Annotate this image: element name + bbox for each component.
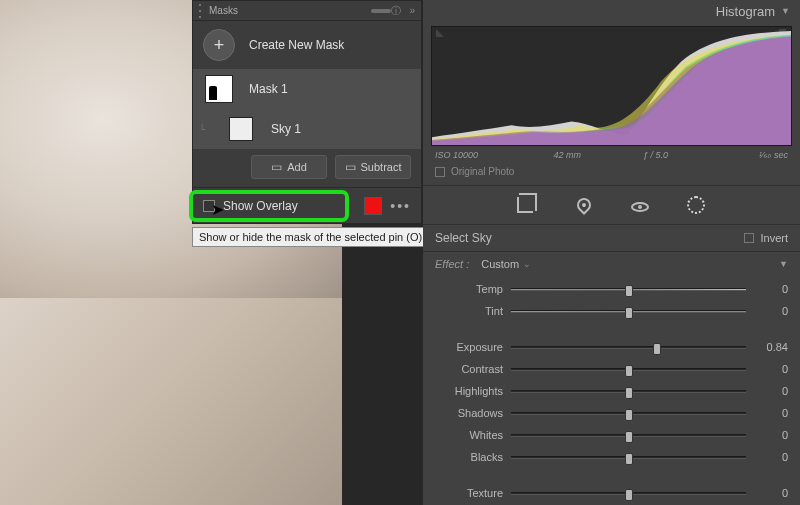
slider-track[interactable]: [511, 406, 746, 420]
nesting-icon: └: [193, 124, 211, 134]
original-photo-checkbox[interactable]: [435, 167, 445, 177]
invert-label: Invert: [760, 232, 788, 244]
masks-panel-footer: Show Overlay •••: [193, 187, 421, 223]
slider-label: Highlights: [435, 385, 503, 397]
slider-group-presence: Texture0: [423, 480, 800, 505]
slider-row-shadows: Shadows0: [435, 402, 788, 424]
slider-group-wb: Temp0Tint0: [423, 276, 800, 326]
mask-item-sky1[interactable]: └ Sky 1: [193, 109, 421, 149]
slider-value[interactable]: 0.84: [754, 341, 788, 353]
subtract-mask-button[interactable]: ▭ Subtract: [335, 155, 411, 179]
slider-group-tone: Exposure0.84Contrast0Highlights0Shadows0…: [423, 334, 800, 472]
effect-row[interactable]: Effect : Custom ⌄ ▼: [423, 252, 800, 276]
effect-label: Effect :: [435, 258, 469, 270]
show-overlay-label[interactable]: Show Overlay: [223, 199, 356, 213]
slider-label: Temp: [435, 283, 503, 295]
slider-row-temp: Temp0: [435, 278, 788, 300]
slider-track[interactable]: [511, 304, 746, 318]
slider-row-tint: Tint0: [435, 300, 788, 322]
original-photo-label: Original Photo: [451, 166, 514, 177]
subtract-label: Subtract: [361, 161, 402, 173]
slider-track[interactable]: [511, 340, 746, 354]
mask-source-label: Select Sky: [435, 231, 744, 245]
slider-row-whites: Whites0: [435, 424, 788, 446]
disclosure-triangle-icon[interactable]: ▼: [781, 6, 790, 16]
healing-tool-icon[interactable]: [573, 198, 595, 212]
slider-thumb[interactable]: [625, 365, 633, 377]
redeye-tool-icon[interactable]: [629, 198, 651, 212]
image-preview-bottom: [0, 298, 342, 505]
slider-thumb[interactable]: [653, 343, 661, 355]
slider-track[interactable]: [511, 450, 746, 464]
slider-value[interactable]: 0: [754, 385, 788, 397]
original-photo-row[interactable]: Original Photo: [423, 164, 800, 183]
slider-label: Tint: [435, 305, 503, 317]
slider-label: Shadows: [435, 407, 503, 419]
create-new-mask-label: Create New Mask: [249, 38, 344, 52]
subtract-rect-icon: ▭: [345, 160, 356, 174]
right-panel: Histogram ▼ ISO 10000 42 mm ƒ / 5.0 ¹⁄₆₀…: [423, 0, 800, 505]
add-mask-button[interactable]: ▭ Add: [251, 155, 327, 179]
mask-thumb: [225, 113, 257, 145]
create-new-mask-button[interactable]: + Create New Mask: [193, 21, 421, 69]
slider-track[interactable]: [511, 486, 746, 500]
exif-aperture: ƒ / 5.0: [612, 150, 700, 160]
histogram-header[interactable]: Histogram ▼: [423, 0, 800, 22]
mask-item-mask1[interactable]: Mask 1: [193, 69, 421, 109]
slider-row-exposure: Exposure0.84: [435, 336, 788, 358]
slider-value[interactable]: 0: [754, 429, 788, 441]
add-label: Add: [287, 161, 307, 173]
crop-tool-icon[interactable]: [517, 197, 539, 213]
slider-label: Contrast: [435, 363, 503, 375]
slider-row-texture: Texture0: [435, 482, 788, 504]
slider-thumb[interactable]: [625, 453, 633, 465]
slider-value[interactable]: 0: [754, 305, 788, 317]
section-disclosure-icon[interactable]: ▼: [779, 259, 788, 269]
more-options-icon[interactable]: •••: [390, 198, 411, 214]
tool-strip: [423, 185, 800, 225]
drag-handle-icon[interactable]: [199, 4, 205, 18]
overlay-color-swatch[interactable]: [364, 197, 382, 215]
exif-focal: 42 mm: [523, 150, 611, 160]
slider-value[interactable]: 0: [754, 283, 788, 295]
slider-thumb[interactable]: [625, 387, 633, 399]
exif-shutter: ¹⁄₆₀ sec: [700, 150, 788, 160]
info-icon[interactable]: ⓘ: [391, 4, 401, 18]
slider-track[interactable]: [511, 362, 746, 376]
effect-value: Custom: [481, 258, 519, 270]
invert-checkbox[interactable]: [744, 233, 754, 243]
show-overlay-checkbox[interactable]: [203, 200, 215, 212]
masks-panel-header[interactable]: Masks ⓘ »: [193, 1, 421, 21]
tooltip: Show or hide the mask of the selected pi…: [192, 227, 429, 247]
slider-thumb[interactable]: [625, 409, 633, 421]
histogram-chart[interactable]: [431, 26, 792, 146]
exif-meta-row: ISO 10000 42 mm ƒ / 5.0 ¹⁄₆₀ sec: [423, 146, 800, 164]
slider-thumb[interactable]: [625, 489, 633, 501]
slider-value[interactable]: 0: [754, 363, 788, 375]
masking-tool-icon[interactable]: [685, 196, 707, 214]
slider-row-blacks: Blacks0: [435, 446, 788, 468]
slider-track[interactable]: [511, 428, 746, 442]
slider-row-highlights: Highlights0: [435, 380, 788, 402]
masks-panel: Masks ⓘ » + Create New Mask Mask 1 └ Sky…: [192, 0, 422, 224]
slider-label: Texture: [435, 487, 503, 499]
slider-track[interactable]: [511, 384, 746, 398]
mask-name: Mask 1: [249, 82, 411, 96]
slider-thumb[interactable]: [625, 285, 633, 297]
slider-value[interactable]: 0: [754, 407, 788, 419]
masks-panel-title: Masks: [209, 5, 371, 16]
slider-label: Exposure: [435, 341, 503, 353]
slider-value[interactable]: 0: [754, 451, 788, 463]
slider-row-contrast: Contrast0: [435, 358, 788, 380]
histogram-svg: [432, 27, 791, 145]
effect-dropdown-icon[interactable]: ⌄: [523, 259, 531, 269]
slider-label: Blacks: [435, 451, 503, 463]
slider-thumb[interactable]: [625, 431, 633, 443]
slider-value[interactable]: 0: [754, 487, 788, 499]
slider-thumb[interactable]: [625, 307, 633, 319]
histogram-title: Histogram: [716, 4, 775, 19]
slider-track[interactable]: [511, 282, 746, 296]
slider-label: Whites: [435, 429, 503, 441]
panel-grip-icon[interactable]: [371, 9, 391, 13]
collapse-icon[interactable]: »: [409, 5, 415, 16]
